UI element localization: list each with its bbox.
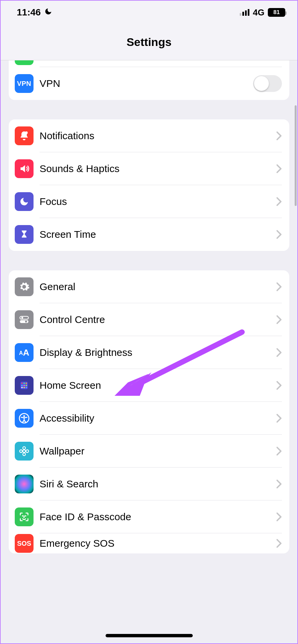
battery-icon: 81 bbox=[268, 8, 285, 17]
row-homescreen[interactable]: Home Screen bbox=[9, 369, 289, 402]
svg-point-0 bbox=[25, 131, 28, 134]
row-siri[interactable]: Siri & Search bbox=[9, 468, 289, 500]
face-id-icon bbox=[15, 507, 34, 526]
row-label: Siri & Search bbox=[40, 478, 98, 490]
group-general: General Control Centre AA Display & Brig… bbox=[9, 270, 289, 553]
svg-rect-10 bbox=[23, 385, 25, 386]
group-attention: Notifications Sounds & Haptics Focus bbox=[9, 119, 289, 251]
svg-rect-13 bbox=[23, 387, 25, 388]
text-size-icon: AA bbox=[15, 343, 34, 362]
row-display[interactable]: AA Display & Brightness bbox=[9, 336, 289, 369]
row-label: General bbox=[40, 281, 75, 292]
bell-icon bbox=[15, 126, 34, 145]
vpn-toggle[interactable] bbox=[253, 75, 282, 92]
row-sounds[interactable]: Sounds & Haptics bbox=[9, 152, 289, 185]
sos-icon-text: SOS bbox=[17, 540, 31, 547]
chevron-right-icon bbox=[277, 197, 282, 206]
speaker-icon bbox=[15, 159, 34, 178]
siri-icon bbox=[15, 475, 34, 493]
nav-header: Settings bbox=[1, 24, 297, 60]
row-label: Screen Time bbox=[40, 229, 96, 240]
vpn-icon-text: VPN bbox=[17, 80, 32, 88]
row-label: Emergency SOS bbox=[40, 538, 114, 549]
row-faceid[interactable]: Face ID & Passcode bbox=[9, 500, 289, 533]
accessibility-icon bbox=[15, 409, 34, 428]
row-label: Wallpaper bbox=[40, 445, 84, 457]
previous-row-icon bbox=[15, 60, 34, 65]
network-type: 4G bbox=[253, 7, 264, 18]
row-label: Display & Brightness bbox=[40, 347, 132, 358]
svg-rect-1 bbox=[20, 316, 28, 319]
row-previous-cutoff[interactable] bbox=[9, 60, 289, 67]
chevron-right-icon bbox=[277, 447, 282, 455]
app-grid-icon bbox=[15, 376, 34, 395]
flower-icon bbox=[15, 442, 34, 461]
chevron-right-icon bbox=[277, 230, 282, 239]
svg-rect-3 bbox=[20, 320, 28, 323]
svg-point-16 bbox=[23, 415, 25, 417]
row-vpn[interactable]: VPN VPN bbox=[9, 67, 289, 100]
svg-point-18 bbox=[23, 447, 25, 449]
row-controlcentre[interactable]: Control Centre bbox=[9, 303, 289, 336]
row-label: Focus bbox=[40, 196, 67, 207]
svg-rect-6 bbox=[21, 383, 23, 384]
toggles-icon bbox=[15, 310, 34, 329]
chevron-right-icon bbox=[277, 480, 282, 488]
row-accessibility[interactable]: Accessibility bbox=[9, 402, 289, 435]
status-right: 4G 81 bbox=[240, 7, 285, 18]
svg-point-21 bbox=[26, 450, 28, 452]
svg-point-2 bbox=[21, 317, 23, 319]
chevron-right-icon bbox=[277, 414, 282, 423]
row-label: Accessibility bbox=[40, 413, 94, 424]
chevron-right-icon bbox=[277, 282, 282, 291]
svg-point-4 bbox=[25, 321, 27, 323]
battery-percent: 81 bbox=[274, 9, 280, 16]
svg-rect-12 bbox=[21, 387, 23, 388]
chevron-right-icon bbox=[277, 513, 282, 521]
svg-point-20 bbox=[20, 450, 22, 452]
svg-rect-8 bbox=[25, 383, 27, 384]
row-sos[interactable]: SOS Emergency SOS bbox=[9, 533, 289, 553]
row-notifications[interactable]: Notifications bbox=[9, 119, 289, 152]
svg-point-22 bbox=[22, 516, 23, 516]
chevron-right-icon bbox=[277, 315, 282, 324]
svg-rect-11 bbox=[25, 385, 27, 386]
row-label: Control Centre bbox=[40, 314, 105, 325]
group-connectivity: VPN VPN bbox=[9, 60, 289, 100]
chevron-right-icon bbox=[277, 164, 282, 173]
row-label: Face ID & Passcode bbox=[40, 511, 131, 523]
row-focus[interactable]: Focus bbox=[9, 185, 289, 218]
hourglass-icon bbox=[15, 225, 34, 244]
row-label: VPN bbox=[40, 78, 60, 89]
vpn-icon: VPN bbox=[15, 74, 34, 93]
settings-list[interactable]: VPN VPN Notifications bbox=[1, 60, 297, 553]
status-bar: 11:46 4G 81 bbox=[1, 1, 297, 24]
row-wallpaper[interactable]: Wallpaper bbox=[9, 435, 289, 468]
svg-rect-7 bbox=[23, 383, 25, 384]
svg-rect-14 bbox=[25, 387, 27, 388]
chevron-right-icon bbox=[277, 348, 282, 357]
row-label: Home Screen bbox=[40, 380, 101, 391]
row-general[interactable]: General bbox=[9, 270, 289, 303]
chevron-right-icon bbox=[277, 131, 282, 140]
status-left: 11:46 bbox=[17, 7, 52, 18]
row-label: Notifications bbox=[40, 130, 94, 142]
gear-icon bbox=[15, 277, 34, 296]
home-indicator[interactable] bbox=[106, 634, 193, 637]
row-screentime[interactable]: Screen Time bbox=[9, 218, 289, 251]
sos-icon: SOS bbox=[15, 534, 34, 553]
chevron-right-icon bbox=[277, 539, 282, 548]
chevron-right-icon bbox=[277, 381, 282, 390]
cellular-signal-icon bbox=[240, 9, 249, 16]
page-title: Settings bbox=[126, 36, 171, 49]
svg-point-17 bbox=[23, 450, 25, 452]
toggle-knob bbox=[254, 76, 269, 91]
svg-point-23 bbox=[25, 516, 26, 516]
svg-point-19 bbox=[23, 453, 25, 455]
moon-icon bbox=[15, 192, 34, 211]
status-time: 11:46 bbox=[17, 7, 41, 18]
row-label: Sounds & Haptics bbox=[40, 163, 119, 174]
moon-icon bbox=[44, 7, 52, 18]
svg-rect-9 bbox=[21, 385, 23, 386]
